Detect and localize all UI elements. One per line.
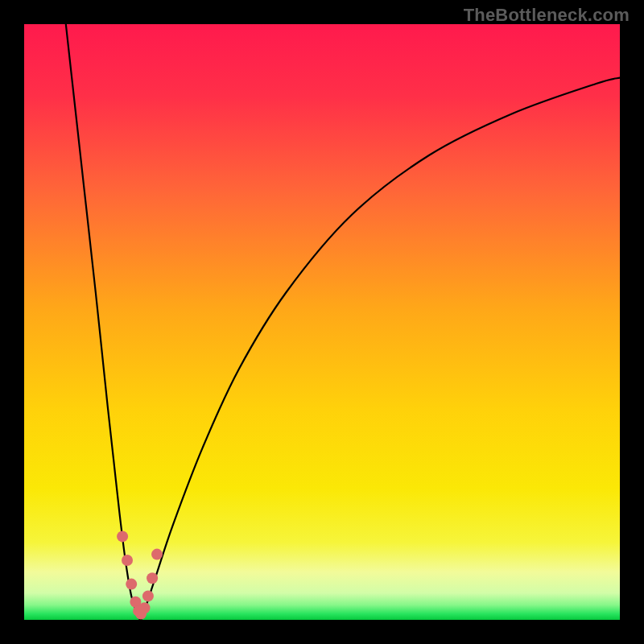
highlight-marker [122, 555, 133, 566]
highlight-marker [142, 590, 154, 601]
plot-area [24, 24, 620, 620]
highlight-marker [151, 549, 163, 560]
watermark-text: TheBottleneck.com [464, 5, 630, 26]
highlight-marker [138, 602, 150, 613]
highlight-marker [147, 572, 158, 584]
bottleneck-curve [66, 24, 620, 620]
highlight-marker [117, 530, 128, 542]
highlight-marker [126, 579, 137, 590]
curve-layer [24, 24, 620, 620]
chart-frame: TheBottleneck.com [0, 0, 644, 644]
